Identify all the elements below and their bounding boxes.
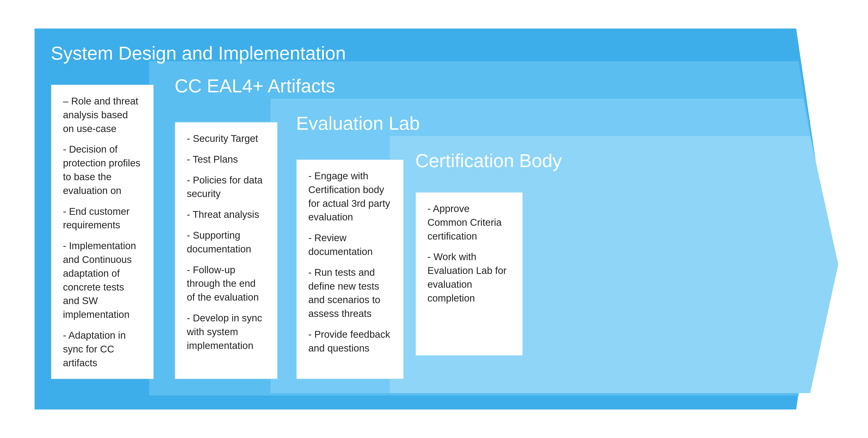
list-item: - End customer requirements [63, 205, 142, 232]
list-item: - Adaptation in sync for CC artifacts [63, 329, 142, 370]
list-item: - Approve Common Criteria certification [428, 202, 511, 243]
list-item: - Work with Evaluation Lab for evaluatio… [428, 250, 511, 305]
list-item: - Decision of protection profiles to bas… [63, 143, 142, 198]
list-item: - Threat analysis [187, 208, 266, 222]
list-item: - Implementation and Continuous adaptati… [63, 239, 142, 322]
content-box-2: - Security Target - Test Plans - Policie… [175, 122, 278, 379]
content-box-3: - Engage with Certification body for act… [296, 159, 404, 379]
title-evaluation-lab: Evaluation Lab [296, 113, 420, 134]
list-item: - Test Plans [187, 153, 266, 167]
diagram-container: System Design and Implementation CC EAL4… [25, 14, 843, 424]
list-item: - Review documentation [308, 231, 392, 259]
list-item: - Develop in sync with system implementa… [187, 311, 266, 352]
content-box-1: – Role and threat analysis based on use-… [51, 85, 154, 379]
list-item: - Security Target [187, 132, 266, 146]
list-item: - Supporting documentation [187, 229, 266, 256]
content-box-4: - Approve Common Criteria certification … [415, 192, 523, 356]
list-item: – Role and threat analysis based on use-… [63, 94, 142, 136]
title-system-design: System Design and Implementation [51, 42, 346, 64]
list-item: - Engage with Certification body for act… [308, 169, 392, 224]
list-item: - Run tests and define new tests and sce… [308, 266, 392, 321]
list-item: - Provide feedback and questions [308, 328, 392, 355]
list-item: - Follow-up through the end of the evalu… [187, 263, 266, 304]
list-item: - Policies for data security [187, 173, 266, 201]
title-certification-body: Certification Body [415, 150, 562, 172]
title-cc-artifacts: CC EAL4+ Artifacts [175, 75, 335, 97]
